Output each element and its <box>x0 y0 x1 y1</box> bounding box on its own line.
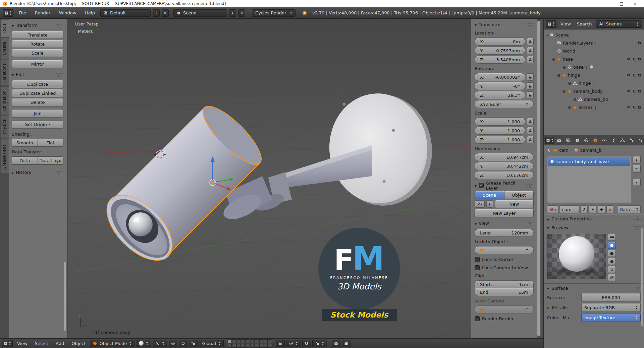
outliner-search-menu[interactable]: Search <box>575 20 594 28</box>
outliner-row-world[interactable]: World <box>544 47 644 55</box>
outliner-row-scene[interactable]: Scene <box>544 31 644 39</box>
lock-rotation-y-button[interactable] <box>527 82 534 90</box>
tool-shelf-scrollbar[interactable] <box>64 262 66 331</box>
expand-caret-icon[interactable] <box>562 65 566 70</box>
join-button[interactable]: Join <box>12 109 63 117</box>
material-slot-list[interactable]: camera_body_and_base <box>547 156 631 203</box>
tab-texture[interactable] <box>628 136 636 144</box>
expand-caret-icon[interactable] <box>546 32 548 38</box>
lock-scale-z-button[interactable] <box>527 136 534 143</box>
tool-tab-create[interactable]: Create <box>1 38 9 59</box>
outliner-row-base-data[interactable]: base <box>544 63 644 71</box>
users-count-button[interactable]: 2 <box>580 205 588 213</box>
layer-cell[interactable] <box>228 339 232 343</box>
menu-window[interactable]: Window <box>56 9 79 17</box>
close-scene-button[interactable] <box>238 9 245 17</box>
layer-cell[interactable] <box>241 344 245 348</box>
collapse-caret-icon[interactable] <box>552 57 555 62</box>
selectable-cursor-icon[interactable] <box>632 89 636 93</box>
rotation-x-field[interactable]: X:-0.000002° <box>475 73 525 81</box>
location-x-field[interactable]: X:0m <box>475 38 525 46</box>
panel-header-edit[interactable]: Edit <box>12 70 63 79</box>
tab-particles[interactable] <box>637 136 644 144</box>
proportional-edit-dropdown[interactable] <box>286 340 301 347</box>
outliner-row-renderlayers[interactable]: RenderLayers <box>544 39 644 47</box>
duplicate-linked-button[interactable]: Duplicate Linked <box>12 89 63 97</box>
close-button[interactable]: × <box>629 1 641 7</box>
tool-tab-physics[interactable]: Physics <box>1 116 9 138</box>
layer-cell[interactable] <box>241 339 245 343</box>
snap-toggle[interactable] <box>302 340 311 347</box>
tab-object[interactable] <box>591 136 599 144</box>
layer-cell[interactable] <box>232 339 236 343</box>
layer-cell[interactable] <box>264 339 268 343</box>
outliner-row-camera-body-object[interactable]: camera_body <box>544 87 644 95</box>
metallic-dropdown[interactable]: Separate RGB <box>581 303 641 312</box>
viewport-editor-type-selector[interactable] <box>2 340 13 347</box>
eye-icon[interactable] <box>627 105 631 109</box>
menu-file[interactable]: File <box>15 9 30 17</box>
render-camera-icon[interactable] <box>637 105 641 109</box>
material-link-dropdown[interactable]: Data <box>617 205 641 213</box>
panel-header-custom-properties[interactable]: Custom Properties <box>544 214 644 223</box>
render-camera-icon[interactable] <box>637 57 641 61</box>
panel-header-transform[interactable]: Transform <box>475 20 534 29</box>
lock-location-y-button[interactable] <box>527 47 534 54</box>
preview-monkey-button[interactable] <box>608 258 616 265</box>
scale-button[interactable]: Scale <box>12 49 63 57</box>
expand-caret-icon[interactable] <box>573 97 577 102</box>
properties-scrollbar[interactable] <box>641 228 643 327</box>
lock-to-scene-toggle[interactable] <box>276 340 285 347</box>
checkbox[interactable] <box>475 316 480 321</box>
panel-grip[interactable] <box>633 217 641 221</box>
smooth-button[interactable]: Smooth <box>12 139 38 147</box>
layer-cell[interactable] <box>264 344 268 348</box>
scale-z-field[interactable]: Z:1.000 <box>475 136 525 144</box>
location-y-field[interactable]: Y:-0.7597mm <box>475 47 525 55</box>
tab-constraints[interactable] <box>600 136 608 144</box>
dimensions-x-field[interactable]: X:10.947cm <box>475 153 534 161</box>
eye-icon[interactable] <box>627 89 631 93</box>
panel-grip[interactable] <box>526 23 534 27</box>
dimensions-z-field[interactable]: Z:10.176cm <box>475 171 534 179</box>
surface-shader-button[interactable]: PBR.000 <box>581 293 641 302</box>
layer-cell[interactable] <box>255 344 259 348</box>
lens-field[interactable]: Lens:120mm <box>475 229 534 237</box>
tab-world[interactable] <box>582 136 590 144</box>
layer-cell[interactable] <box>268 339 272 343</box>
tab-render[interactable] <box>555 136 563 144</box>
lock-rotation-z-button[interactable] <box>527 91 534 99</box>
menu-select[interactable]: Select <box>32 339 51 347</box>
lock-rotation-x-button[interactable] <box>527 73 534 81</box>
collapse-caret-icon[interactable] <box>562 89 566 94</box>
layer-cell[interactable] <box>259 344 263 348</box>
opengl-render-anim-button[interactable] <box>342 340 351 347</box>
properties-editor-type-selector[interactable] <box>545 137 554 144</box>
duplicate-button[interactable]: Duplicate <box>12 80 63 88</box>
outliner-view-menu[interactable]: View <box>558 20 573 28</box>
eyedropper-icon[interactable] <box>524 307 528 311</box>
clip-end-field[interactable]: End:15m <box>475 288 534 296</box>
render-camera-icon[interactable] <box>637 89 641 93</box>
clip-start-field[interactable]: Start:1cm <box>475 280 534 288</box>
panel-header-view[interactable]: View <box>475 219 534 228</box>
flat-button[interactable]: Flat <box>38 139 64 147</box>
transform-orientation-dropdown[interactable]: Global <box>199 340 223 347</box>
dimensions-y-field[interactable]: Y:30.442cm <box>475 162 534 170</box>
color-texture-dropdown[interactable]: Image Texture <box>581 313 641 322</box>
layer-cell[interactable] <box>255 339 259 343</box>
panel-grip[interactable] <box>527 184 534 188</box>
rotation-y-field[interactable]: Y:-0° <box>475 82 525 90</box>
collapse-caret-icon[interactable] <box>557 73 560 78</box>
lock-scale-x-button[interactable] <box>527 118 534 125</box>
scale-x-field[interactable]: X:1.000 <box>475 118 525 126</box>
screen-layout-selector[interactable]: Default <box>100 9 151 17</box>
panel-grip[interactable] <box>56 73 63 77</box>
lock-location-z-button[interactable] <box>527 56 534 63</box>
pin-cursor-icon[interactable] <box>547 148 551 152</box>
grease-pencil-checkbox[interactable] <box>479 183 484 188</box>
expand-caret-icon[interactable] <box>568 81 571 86</box>
panel-header-surface[interactable]: Surface <box>544 284 644 292</box>
gp-object-button[interactable]: Object <box>504 191 534 199</box>
render-engine-selector[interactable]: Cycles Render <box>252 9 296 17</box>
